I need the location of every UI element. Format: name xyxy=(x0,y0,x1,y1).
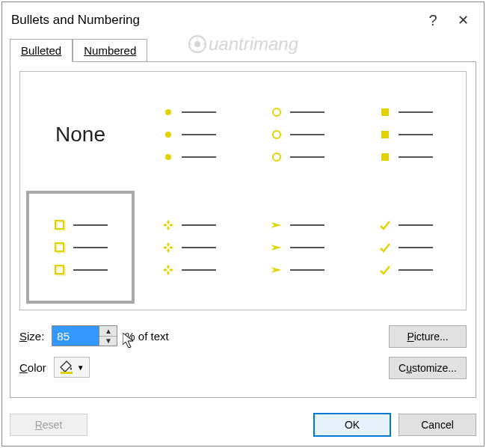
paint-bucket-icon xyxy=(59,360,74,375)
svg-marker-14 xyxy=(163,224,167,227)
bullet-option-checkmark[interactable] xyxy=(351,191,460,304)
svg-marker-17 xyxy=(167,248,170,253)
svg-marker-24 xyxy=(271,222,281,228)
controls-row: Size: ▲ ▼ % of text Color xyxy=(19,325,467,388)
bullet-option-arrow[interactable] xyxy=(243,191,351,304)
percent-of-text-label: % of text xyxy=(125,330,168,343)
bullet-option-hollow-square[interactable] xyxy=(26,191,135,304)
dropdown-arrow-icon: ▼ xyxy=(77,363,84,372)
dot-icon xyxy=(162,106,174,118)
reset-button: Reset xyxy=(10,414,87,436)
bullets-numbering-dialog: uantrimang Bullets and Numbering ? ✕ Bul… xyxy=(1,1,485,447)
svg-marker-26 xyxy=(271,267,281,273)
tab-numbered[interactable]: Numbered xyxy=(73,39,147,62)
svg-marker-22 xyxy=(163,269,167,271)
svg-marker-23 xyxy=(169,269,173,271)
picture-button[interactable]: Picture... xyxy=(389,325,467,348)
svg-marker-16 xyxy=(167,242,170,247)
color-label: Color xyxy=(19,361,46,374)
size-spin-down[interactable]: ▼ xyxy=(99,337,117,346)
arrow-icon xyxy=(271,219,283,231)
hollow-square-icon xyxy=(54,219,66,231)
svg-marker-15 xyxy=(169,224,173,227)
size-input[interactable] xyxy=(52,326,99,346)
svg-marker-20 xyxy=(167,265,170,269)
color-picker-button[interactable]: ▼ xyxy=(54,357,90,378)
bullet-option-none[interactable]: None xyxy=(26,78,135,191)
svg-marker-19 xyxy=(169,246,173,249)
tab-strip: Bulleted Numbered xyxy=(2,38,484,61)
tab-numbered-label: Numbered xyxy=(84,44,136,57)
close-button[interactable]: ✕ xyxy=(448,8,478,32)
svg-marker-18 xyxy=(163,246,167,249)
size-spinner[interactable]: ▲ ▼ xyxy=(52,325,117,346)
bullet-option-four-diamonds[interactable] xyxy=(135,191,243,304)
size-control: Size: ▲ ▼ % of text xyxy=(19,325,389,346)
bullet-options-grid: None xyxy=(19,71,467,310)
customize-button[interactable]: Customize... xyxy=(389,357,467,379)
ring-icon xyxy=(271,106,283,118)
tab-bulleted-label: Bulleted xyxy=(21,44,61,57)
tab-content: None xyxy=(10,61,476,398)
bullet-option-filled-square[interactable] xyxy=(351,78,460,191)
ok-button[interactable]: OK xyxy=(313,413,391,437)
titlebar: Bullets and Numbering ? ✕ xyxy=(2,2,484,38)
none-label: None xyxy=(55,123,105,147)
right-buttons: Picture... Customize... xyxy=(389,325,467,379)
four-diamonds-icon xyxy=(162,219,174,231)
square-icon xyxy=(379,106,391,118)
left-controls: Size: ▲ ▼ % of text Color xyxy=(19,325,389,388)
svg-marker-13 xyxy=(167,226,170,230)
bullet-option-filled-dot[interactable] xyxy=(135,78,243,191)
dialog-title: Bullets and Numbering xyxy=(11,13,418,28)
help-button[interactable]: ? xyxy=(418,8,448,32)
tab-bulleted[interactable]: Bulleted xyxy=(10,39,73,62)
cancel-button[interactable]: Cancel xyxy=(399,414,476,436)
color-control: Color ▼ xyxy=(19,357,389,378)
svg-marker-21 xyxy=(167,271,170,275)
dialog-footer: Reset OK Cancel xyxy=(2,405,484,446)
svg-rect-28 xyxy=(61,372,73,374)
checkmark-icon xyxy=(379,219,391,231)
svg-marker-25 xyxy=(271,245,281,251)
bullet-option-hollow-circle[interactable] xyxy=(243,78,351,191)
svg-marker-12 xyxy=(167,220,170,224)
size-label: Size: xyxy=(19,330,44,343)
size-spin-up[interactable]: ▲ xyxy=(99,326,117,337)
